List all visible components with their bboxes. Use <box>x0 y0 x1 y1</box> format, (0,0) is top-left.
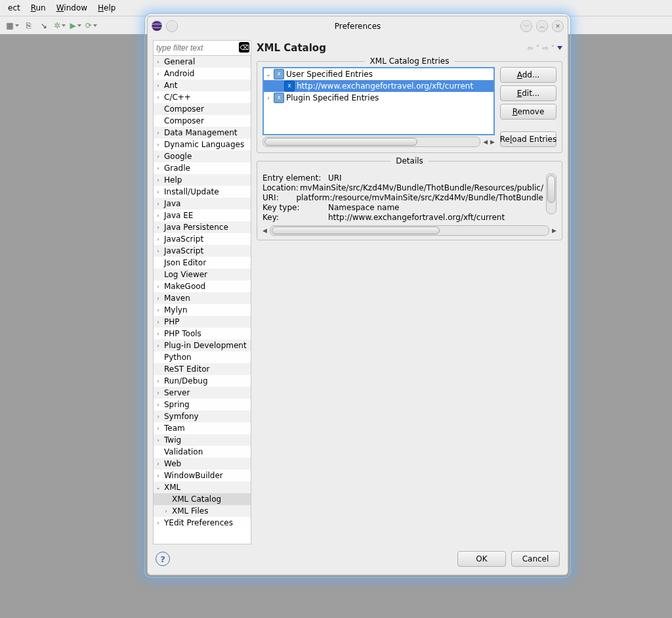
nav-item[interactable]: ›PHP <box>154 316 251 328</box>
expand-icon[interactable]: ⌄ <box>154 484 163 491</box>
maximize-button[interactable]: ︿ <box>536 20 548 32</box>
nav-item[interactable]: ›Mylyn <box>154 304 251 316</box>
scroll-left-icon[interactable]: ◀ <box>262 227 267 234</box>
cancel-button[interactable]: Cancel <box>511 551 560 567</box>
nav-item[interactable]: ›PHP Tools <box>154 328 251 340</box>
nav-item[interactable]: ›Twig <box>154 434 251 446</box>
expand-icon[interactable]: › <box>154 177 163 183</box>
nav-item[interactable]: ›Java Persistence <box>154 221 251 233</box>
nav-item[interactable]: ›JavaScript <box>154 245 251 257</box>
nav-item[interactable]: ›Dynamic Languages <box>154 139 251 150</box>
nav-item[interactable]: ›Run/Debug <box>154 375 251 387</box>
expand-icon[interactable]: › <box>154 472 163 479</box>
expand-icon[interactable]: › <box>154 330 163 337</box>
nav-item[interactable]: Composer <box>154 103 251 115</box>
nav-item[interactable]: Log Viewer <box>154 269 251 280</box>
nav-item[interactable]: ›C/C++ <box>154 91 251 103</box>
expand-icon[interactable]: › <box>265 95 272 101</box>
menu-window[interactable]: Window <box>51 0 93 16</box>
nav-item[interactable]: ›General <box>154 56 251 68</box>
nav-item[interactable]: Python <box>154 351 251 363</box>
reload-entries-button[interactable]: Reload Entries <box>500 131 556 147</box>
preferences-tree[interactable]: ›General›Android›Ant›C/C++ComposerCompos… <box>154 56 251 544</box>
expand-icon[interactable]: › <box>154 58 163 65</box>
catalog-entry[interactable]: ⌄User Specified Entries <box>264 68 494 80</box>
toolbar-debug-icon[interactable]: ✲ <box>54 20 66 32</box>
scroll-left-icon[interactable]: ◀ <box>483 139 488 145</box>
expand-icon[interactable]: › <box>154 413 163 420</box>
expand-icon[interactable]: › <box>154 165 163 171</box>
horizontal-scrollbar[interactable] <box>270 225 549 236</box>
expand-icon[interactable]: › <box>154 82 163 89</box>
nav-item[interactable]: ›Java EE <box>154 210 251 221</box>
nav-item[interactable]: ›Web <box>154 458 251 470</box>
nav-item[interactable]: ›Android <box>154 68 251 79</box>
nav-item[interactable]: ReST Editor <box>154 363 251 375</box>
nav-item[interactable]: ›MakeGood <box>154 280 251 292</box>
expand-icon[interactable]: › <box>154 141 163 148</box>
add-button[interactable]: Add... <box>500 67 556 83</box>
vertical-scrollbar[interactable] <box>546 173 556 214</box>
nav-item[interactable]: ›Gradle <box>154 162 251 174</box>
nav-item[interactable]: ›Spring <box>154 399 251 410</box>
nav-item[interactable]: ›YEdit Preferences <box>154 517 251 529</box>
expand-icon[interactable]: › <box>154 188 163 195</box>
expand-icon[interactable]: › <box>154 437 163 443</box>
nav-item[interactable]: Composer <box>154 115 251 127</box>
nav-item[interactable]: ›Google <box>154 150 251 162</box>
toolbar-item-icon[interactable]: ⟳ <box>85 20 97 32</box>
expand-icon[interactable]: › <box>154 212 163 219</box>
back-icon[interactable]: ⇦ <box>528 44 534 53</box>
nav-item[interactable]: ›Help <box>154 174 251 186</box>
expand-icon[interactable]: › <box>154 342 163 349</box>
expand-icon[interactable]: › <box>154 378 163 384</box>
help-icon[interactable]: ? <box>156 552 170 566</box>
nav-item[interactable]: Json Editor <box>154 257 251 269</box>
catalog-entry[interactable]: ›Plugin Specified Entries <box>264 92 494 104</box>
menu-help[interactable]: Help <box>93 0 121 16</box>
expand-icon[interactable]: › <box>154 129 163 136</box>
expand-icon[interactable]: › <box>154 224 163 231</box>
scroll-right-icon[interactable]: ▶ <box>490 139 495 145</box>
ok-button[interactable]: OK <box>457 551 506 567</box>
nav-item[interactable]: XML Catalog <box>154 493 251 505</box>
menu-dropdown-icon[interactable] <box>557 46 562 50</box>
expand-icon[interactable]: › <box>154 283 163 290</box>
nav-item[interactable]: Validation <box>154 446 251 458</box>
expand-icon[interactable]: › <box>154 389 163 396</box>
toolbar-item-icon[interactable]: ⎘ <box>22 20 34 32</box>
nav-item[interactable]: ›Java <box>154 198 251 210</box>
horizontal-scrollbar[interactable] <box>262 137 480 147</box>
expand-icon[interactable]: › <box>154 200 163 207</box>
nav-item[interactable]: ›Team <box>154 422 251 434</box>
expand-icon[interactable]: › <box>154 295 163 301</box>
nav-item[interactable]: ›XML Files <box>154 505 251 517</box>
scroll-right-icon[interactable]: ▶ <box>552 227 556 234</box>
expand-icon[interactable]: › <box>154 70 163 77</box>
expand-icon[interactable]: › <box>154 425 163 431</box>
catalog-entries-tree[interactable]: ⌄User Specified Entrieshttp://www.exchan… <box>262 67 495 135</box>
menu-project[interactable]: ect <box>3 0 26 16</box>
expand-icon[interactable]: › <box>161 508 171 514</box>
expand-icon[interactable]: › <box>154 94 163 100</box>
close-button[interactable]: ✕ <box>552 20 564 32</box>
nav-item[interactable]: ›Ant <box>154 79 251 91</box>
expand-icon[interactable]: ⌄ <box>265 71 272 77</box>
expand-icon[interactable]: › <box>154 307 163 313</box>
expand-icon[interactable]: › <box>154 319 163 325</box>
catalog-entry[interactable]: http://www.exchangefortravel.org/xft/cur… <box>264 80 494 92</box>
menu-run[interactable]: Run <box>26 0 51 16</box>
toolbar-run-icon[interactable]: ▶ <box>70 20 81 32</box>
clear-filter-icon[interactable]: ⌫ <box>239 42 249 53</box>
expand-icon[interactable]: › <box>154 519 163 526</box>
nav-item[interactable]: ⌄XML <box>154 481 251 493</box>
nav-item[interactable]: ›JavaScript <box>154 233 251 245</box>
expand-icon[interactable]: › <box>154 401 163 408</box>
nav-item[interactable]: ›Server <box>154 387 251 399</box>
nav-item[interactable]: ›Plug-in Development <box>154 340 251 351</box>
dialog-titlebar[interactable]: Preferences ﹀ ︿ ✕ <box>148 16 568 36</box>
expand-icon[interactable]: › <box>154 153 163 160</box>
expand-icon[interactable]: › <box>154 248 163 254</box>
toolbar-item-icon[interactable]: ▦ <box>7 20 18 32</box>
nav-item[interactable]: ›Symfony <box>154 410 251 422</box>
